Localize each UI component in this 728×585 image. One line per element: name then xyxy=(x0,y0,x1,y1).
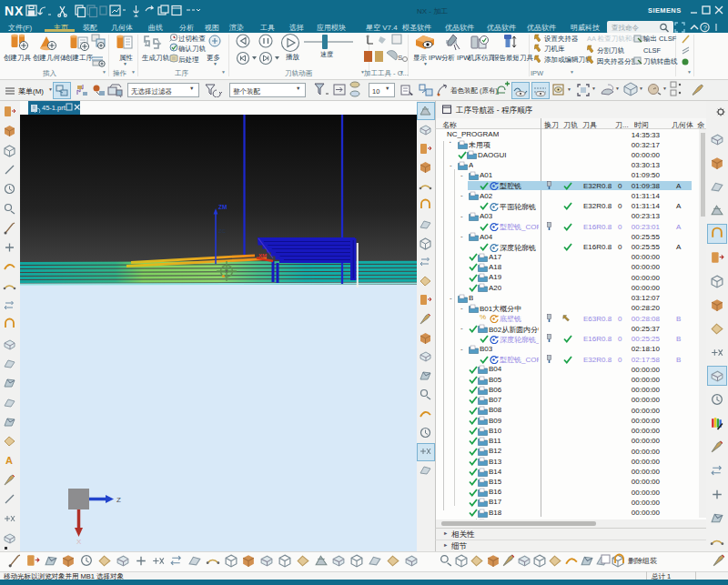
svg-text:S: S xyxy=(398,54,402,62)
svg-text:X: X xyxy=(76,538,82,546)
svg-text:A: A xyxy=(5,455,13,466)
svg-text:XM: XM xyxy=(258,253,267,258)
svg-text:Z: Z xyxy=(116,496,121,504)
svg-text:?: ? xyxy=(703,24,707,32)
svg-text:ZC: ZC xyxy=(218,228,227,234)
svg-text:ZM: ZM xyxy=(218,204,227,210)
